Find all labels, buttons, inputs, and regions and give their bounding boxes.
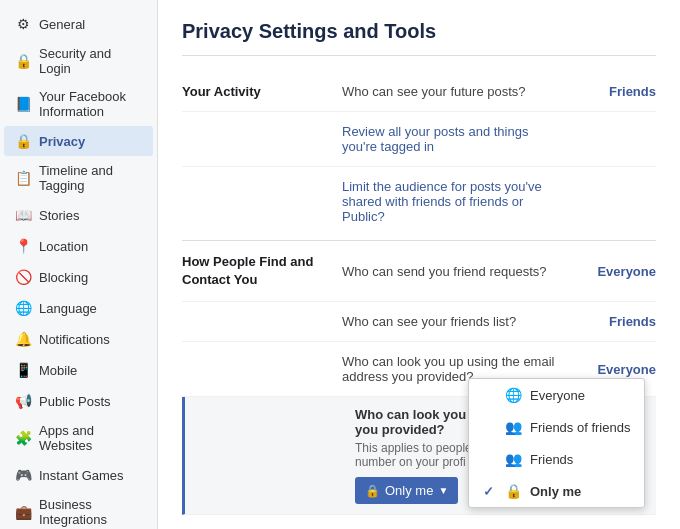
dropdown-option-only-me-label: Only me [530,484,581,499]
sidebar-label-timeline: Timeline and Tagging [39,163,143,193]
friend-requests-value[interactable]: Everyone [556,264,656,279]
phone-lookup-dropdown-button[interactable]: 🔒 Only me ▼ [355,477,458,504]
friend-requests-row: How People Find and Contact You Who can … [182,241,656,302]
sidebar-label-apps: Apps and Websites [39,423,143,453]
general-icon: ⚙ [14,15,32,33]
apps-icon: 🧩 [14,429,32,447]
your-activity-section: Your Activity Who can see your future po… [182,72,656,241]
your-activity-row: Your Activity Who can see your future po… [182,72,656,112]
dropdown-option-everyone[interactable]: 🌐 Everyone [469,379,644,411]
lock-icon: 🔒 [365,484,380,498]
sidebar-label-public-posts: Public Posts [39,394,111,409]
security-icon: 🔒 [14,52,32,70]
dropdown-label: Only me [385,483,433,498]
sidebar-label-stories: Stories [39,208,79,223]
future-posts-value[interactable]: Friends [556,84,656,99]
sidebar-label-blocking: Blocking [39,270,88,285]
sidebar-item-instant-games[interactable]: 🎮 Instant Games [4,460,153,490]
limit-audience-question[interactable]: Limit the audience for posts you've shar… [342,179,556,224]
friend-requests-question: Who can send you friend requests? [342,264,556,279]
sidebar: ⚙ General 🔒 Security and Login 📘 Your Fa… [0,0,158,529]
sidebar-label-mobile: Mobile [39,363,77,378]
fof-icon: 👥 [505,419,522,435]
limit-audience-row: Limit the audience for posts you've shar… [182,167,656,236]
caret-icon: ▼ [438,485,448,496]
privacy-icon: 🔒 [14,132,32,150]
notifications-icon: 🔔 [14,330,32,348]
friends-icon: 👥 [505,451,522,467]
dropdown-option-friends-label: Friends [530,452,573,467]
mobile-icon: 📱 [14,361,32,379]
review-posts-question[interactable]: Review all your posts and things you're … [342,124,556,154]
sidebar-label-location: Location [39,239,88,254]
friends-list-question: Who can see your friends list? [342,314,556,329]
public-posts-icon: 📢 [14,392,32,410]
sidebar-item-business[interactable]: 💼 Business Integrations [4,491,153,529]
facebook-icon: 📘 [14,95,32,113]
stories-icon: 📖 [14,206,32,224]
sidebar-item-notifications[interactable]: 🔔 Notifications [4,324,153,354]
search-engines-row: Do you want search engines outside of Fa… [182,523,656,529]
sidebar-item-mobile[interactable]: 📱 Mobile [4,355,153,385]
sidebar-item-security[interactable]: 🔒 Security and Login [4,40,153,82]
friends-list-value[interactable]: Friends [556,314,656,329]
check-mark-friends [483,452,497,467]
everyone-icon: 🌐 [505,387,522,403]
sidebar-item-blocking[interactable]: 🚫 Blocking [4,262,153,292]
sidebar-item-facebook-info[interactable]: 📘 Your Facebook Information [4,83,153,125]
friends-list-row: Who can see your friends list? Friends [182,302,656,342]
language-icon: 🌐 [14,299,32,317]
sidebar-label-facebook-info: Your Facebook Information [39,89,143,119]
sidebar-item-privacy[interactable]: 🔒 Privacy [4,126,153,156]
sidebar-label-language: Language [39,301,97,316]
sidebar-item-general[interactable]: ⚙ General [4,9,153,39]
sidebar-label-instant-games: Instant Games [39,468,124,483]
sidebar-item-timeline[interactable]: 📋 Timeline and Tagging [4,157,153,199]
sidebar-label-privacy: Privacy [39,134,85,149]
review-posts-row: Review all your posts and things you're … [182,112,656,167]
find-contact-label: How People Find and Contact You [182,253,342,289]
sidebar-item-apps[interactable]: 🧩 Apps and Websites [4,417,153,459]
main-content: Privacy Settings and Tools Your Activity… [158,0,680,529]
dropdown-option-friends[interactable]: 👥 Friends [469,443,644,475]
sidebar-label-security: Security and Login [39,46,143,76]
sidebar-label-general: General [39,17,85,32]
timeline-icon: 📋 [14,169,32,187]
phone-lookup-dropdown-menu: 🌐 Everyone 👥 Friends of friends 👥 Friend… [468,378,645,508]
instant-games-icon: 🎮 [14,466,32,484]
email-lookup-value[interactable]: Everyone [556,362,656,377]
dropdown-option-everyone-label: Everyone [530,388,585,403]
sidebar-item-language[interactable]: 🌐 Language [4,293,153,323]
page-title: Privacy Settings and Tools [182,20,656,56]
dropdown-option-fof-label: Friends of friends [530,420,630,435]
dropdown-option-only-me[interactable]: ✓ 🔒 Only me [469,475,644,507]
blocking-icon: 🚫 [14,268,32,286]
only-me-icon: 🔒 [505,483,522,499]
future-posts-question: Who can see your future posts? [342,84,556,99]
sidebar-label-notifications: Notifications [39,332,110,347]
sidebar-item-public-posts[interactable]: 📢 Public Posts [4,386,153,416]
check-mark-fof [483,420,497,435]
check-mark-everyone [483,388,497,403]
your-activity-label: Your Activity [182,84,342,99]
sidebar-item-location[interactable]: 📍 Location [4,231,153,261]
dropdown-option-friends-of-friends[interactable]: 👥 Friends of friends [469,411,644,443]
business-icon: 💼 [14,503,32,521]
location-icon: 📍 [14,237,32,255]
check-mark-only-me: ✓ [483,484,497,499]
sidebar-label-business: Business Integrations [39,497,143,527]
sidebar-item-stories[interactable]: 📖 Stories [4,200,153,230]
